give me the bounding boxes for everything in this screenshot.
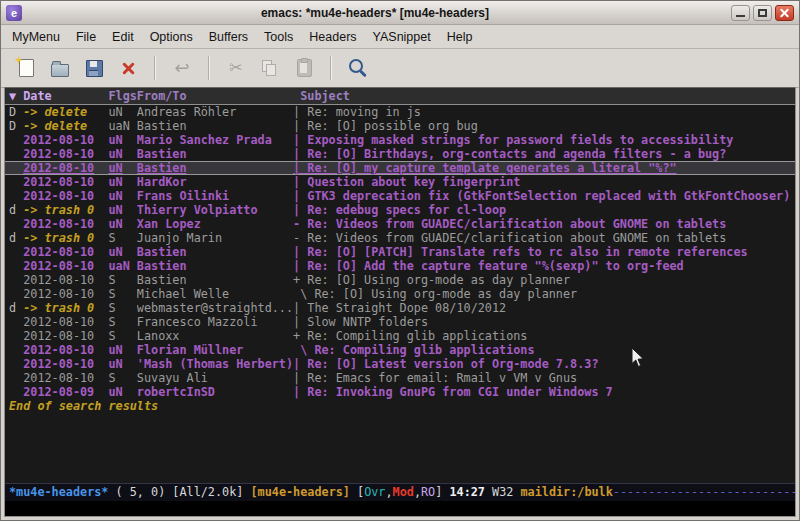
cell-subject: + Re: Compiling glib applications bbox=[293, 329, 795, 343]
undo-icon: ↩ bbox=[174, 59, 189, 77]
menu-item-file[interactable]: File bbox=[68, 27, 104, 47]
cut-icon: ✂ bbox=[229, 60, 242, 76]
cell-mark bbox=[9, 217, 23, 231]
cell-subject: - Re: Videos from GUADEC/clarification a… bbox=[293, 231, 795, 245]
message-row-21[interactable]: 2012-08-09uNrobertcInSD| Re: Invoking Gn… bbox=[5, 385, 795, 399]
menu-item-yasnippet[interactable]: YASnippet bbox=[365, 27, 439, 47]
paste-button bbox=[287, 53, 321, 83]
message-row-17[interactable]: 2012-08-10SLanoxx+ Re: Compiling glib ap… bbox=[5, 329, 795, 343]
cell-subject: + Re: [O] Using org-mode as day planner bbox=[293, 273, 795, 287]
menu-item-headers[interactable]: Headers bbox=[301, 27, 364, 47]
menu-item-buffers[interactable]: Buffers bbox=[201, 27, 256, 47]
open-folder-button[interactable] bbox=[43, 53, 77, 83]
cell-from: Bastien bbox=[137, 273, 293, 287]
cell-mark bbox=[9, 147, 23, 161]
column-header-date[interactable]: ▼ Date bbox=[9, 88, 108, 104]
cell-date: -> delete bbox=[23, 105, 108, 119]
cell-subject: | Exposing masked strings for password f… bbox=[293, 133, 795, 147]
cell-date: 2012-08-10 bbox=[23, 189, 108, 203]
menu-item-edit[interactable]: Edit bbox=[104, 27, 142, 47]
cell-subject: | GTK3 deprecation fix (GtkFontSelection… bbox=[293, 189, 795, 203]
cell-from: Bastien bbox=[137, 245, 293, 259]
message-row-15[interactable]: d-> trash 0Swebmaster@straightd...| The … bbox=[5, 301, 795, 315]
new-file-icon bbox=[19, 59, 34, 77]
paste-icon bbox=[297, 59, 312, 77]
modeline-segment: ( 5, 0) bbox=[108, 485, 172, 499]
cell-subject: \ Re: Compiling glib applications bbox=[293, 343, 795, 357]
modeline-segment: 14:27 bbox=[449, 485, 492, 499]
titlebar[interactable]: e emacs: *mu4e-headers* [mu4e-headers] bbox=[1, 1, 799, 25]
message-row-5[interactable]: 2012-08-10uNBastien| Re: [O] my capture … bbox=[5, 161, 795, 175]
message-row-6[interactable]: 2012-08-10uNHardKor| Question about key … bbox=[5, 175, 795, 189]
cell-subject: | Re: moving in js bbox=[293, 105, 795, 119]
cell-date: 2012-08-10 bbox=[23, 287, 108, 301]
cell-mark: D bbox=[9, 119, 23, 133]
minimize-button[interactable] bbox=[731, 5, 750, 21]
close-buffer-button[interactable] bbox=[111, 53, 145, 83]
menu-item-tools[interactable]: Tools bbox=[256, 27, 301, 47]
message-row-2[interactable]: D-> deleteuaNBastien| Re: [O] possible o… bbox=[5, 119, 795, 133]
cell-date: 2012-08-10 bbox=[23, 147, 108, 161]
close-button[interactable] bbox=[775, 5, 794, 21]
cell-date: -> trash 0 bbox=[23, 301, 108, 315]
new-file-button[interactable] bbox=[9, 53, 43, 83]
message-row-10[interactable]: d-> trash 0SJuanjo Marin- Re: Videos fro… bbox=[5, 231, 795, 245]
cell-date: 2012-08-10 bbox=[23, 343, 108, 357]
cell-from: Frans Oilinki bbox=[137, 189, 293, 203]
cell-subject: | The Straight Dope 08/10/2012 bbox=[293, 301, 795, 315]
cell-subject: | Slow NNTP folders bbox=[293, 315, 795, 329]
message-row-18[interactable]: 2012-08-10uNFlorian Müllner \ Re: Compil… bbox=[5, 343, 795, 357]
cell-flags: uN bbox=[108, 343, 136, 357]
cell-date: 2012-08-10 bbox=[23, 175, 108, 189]
window-controls bbox=[728, 5, 794, 21]
menu-item-options[interactable]: Options bbox=[142, 27, 201, 47]
message-row-8[interactable]: d-> trash 0uNThierry Volpiatto| Re: edeb… bbox=[5, 203, 795, 217]
modeline-segment: maildir:/bulk bbox=[520, 485, 612, 499]
message-row-1[interactable]: D-> deleteuNAndreas Röhler| Re: moving i… bbox=[5, 105, 795, 119]
cell-date: 2012-08-09 bbox=[23, 385, 108, 399]
column-header-line: ▼ Date Flgs From/To Subject bbox=[5, 88, 795, 105]
message-row-19[interactable]: 2012-08-10uN'Mash (Thomas Herbert)| Re: … bbox=[5, 357, 795, 371]
message-row-12[interactable]: 2012-08-10uaNBastien| Re: [O] Add the ca… bbox=[5, 259, 795, 273]
search-button[interactable] bbox=[341, 53, 375, 83]
column-header-subject[interactable]: Subject bbox=[293, 88, 795, 104]
cell-flags: S bbox=[108, 301, 136, 315]
echo-area[interactable] bbox=[5, 501, 795, 516]
cell-from: Michael Welle bbox=[137, 287, 293, 301]
cell-flags: uN bbox=[108, 217, 136, 231]
cell-flags: uaN bbox=[108, 259, 136, 273]
cell-subject: | Re: [O] possible org bug bbox=[293, 119, 795, 133]
cell-mark bbox=[9, 371, 23, 385]
message-row-20[interactable]: 2012-08-10SSuvayu Ali| Re: Emacs for ema… bbox=[5, 371, 795, 385]
message-row-14[interactable]: 2012-08-10SMichael Welle \ Re: [O] Using… bbox=[5, 287, 795, 301]
message-row-4[interactable]: 2012-08-10uNBastien| Re: [O] Birthdays, … bbox=[5, 147, 795, 161]
maximize-button[interactable] bbox=[753, 5, 772, 21]
cell-from: Florian Müllner bbox=[137, 343, 293, 357]
modeline-segment: Mod bbox=[393, 485, 414, 499]
modeline-segment: , bbox=[385, 485, 392, 499]
cell-mark bbox=[9, 245, 23, 259]
copy-icon bbox=[262, 60, 278, 76]
cell-mark bbox=[9, 329, 23, 343]
menu-item-help[interactable]: Help bbox=[439, 27, 481, 47]
save-button[interactable] bbox=[77, 53, 111, 83]
empty-buffer-space bbox=[5, 413, 795, 483]
cell-flags: uN bbox=[108, 161, 136, 175]
cell-date: -> delete bbox=[23, 119, 108, 133]
cell-flags: uN bbox=[108, 245, 136, 259]
end-of-results-text: End of search results bbox=[5, 399, 795, 413]
cell-flags: uN bbox=[108, 175, 136, 189]
cell-from: Francesco Mazzoli bbox=[137, 315, 293, 329]
message-row-16[interactable]: 2012-08-10SFrancesco Mazzoli| Slow NNTP … bbox=[5, 315, 795, 329]
message-row-7[interactable]: 2012-08-10uNFrans Oilinki| GTK3 deprecat… bbox=[5, 189, 795, 203]
message-row-11[interactable]: 2012-08-10uNBastien| Re: [O] [PATCH] Tra… bbox=[5, 245, 795, 259]
column-header-from[interactable]: From/To bbox=[137, 88, 293, 104]
menu-item-mymenu[interactable]: MyMenu bbox=[4, 27, 68, 47]
cell-date: 2012-08-10 bbox=[23, 133, 108, 147]
column-header-flags[interactable]: Flgs bbox=[108, 88, 136, 104]
cell-flags: uN bbox=[108, 189, 136, 203]
message-row-9[interactable]: 2012-08-10uNXan Lopez- Re: Videos from G… bbox=[5, 217, 795, 231]
message-row-3[interactable]: 2012-08-10uNMario Sanchez Prada| Exposin… bbox=[5, 133, 795, 147]
modeline-segment: , bbox=[414, 485, 421, 499]
message-row-13[interactable]: 2012-08-10SBastien+ Re: [O] Using org-mo… bbox=[5, 273, 795, 287]
